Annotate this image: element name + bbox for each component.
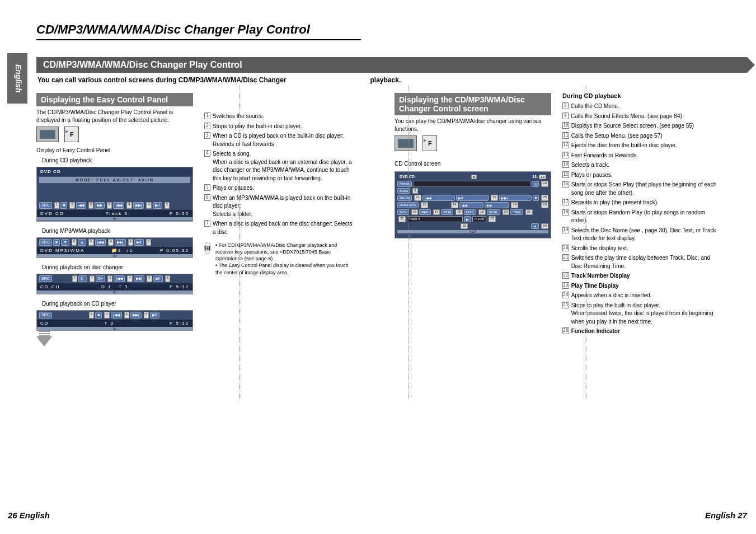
marker-icon: 21: [562, 254, 569, 261]
menus-button[interactable]: Menus: [397, 181, 412, 187]
play-icon: ▶: [464, 216, 471, 222]
caption-cdplayer: During playback on CD player: [36, 300, 193, 308]
panel-time: P 5:32: [170, 284, 189, 289]
marker-icon: 14: [562, 161, 569, 168]
scn-button[interactable]: SCN: [397, 209, 409, 215]
scroll-button[interactable]: ▲: [531, 223, 539, 229]
disc-down-button[interactable]: D-: [78, 275, 87, 282]
src-button[interactable]: SRC: [39, 312, 52, 318]
list-item-text: Selects a track.: [571, 161, 722, 170]
column-numbered-1to7: 1Switches the source.2Stops to play the …: [204, 90, 355, 352]
marker-icon: 15: [562, 171, 569, 178]
panel-disc: D 1: [101, 284, 111, 289]
list-item-text: Calls the CD Menu.: [571, 102, 722, 111]
marker-icon: 18: [562, 209, 569, 216]
src-button[interactable]: SRC: [39, 202, 52, 209]
section-arrow-icon: [747, 57, 755, 73]
list-item-text: Track Number Display: [571, 272, 722, 280]
play-button[interactable]: ▶II: [150, 312, 159, 318]
list-item-text: When a disc is played back on the disc c…: [213, 220, 355, 236]
stop-button[interactable]: ■: [95, 312, 102, 318]
marker-icon: 13: [562, 152, 569, 158]
list-item-text: Switches the play time display between T…: [571, 254, 722, 270]
list-item: 2Stops to play the built-in disc player.: [204, 123, 355, 131]
prev-button[interactable]: |◀◀: [111, 312, 122, 318]
f-badge-icon: [64, 127, 79, 142]
marker-icon: 23: [562, 282, 569, 289]
marker-icon: 11: [562, 132, 569, 139]
cd-control-screen: DVD CD8 13:12 Menus ◎24 Audio9 Set Up11 …: [395, 171, 551, 238]
panel-title: DVD CD: [37, 167, 192, 176]
next-button[interactable]: ▶▶|: [134, 275, 145, 282]
rdm-button[interactable]: RDM: [441, 209, 453, 215]
panel-time: P 5:32: [170, 321, 189, 326]
list-item-text: Play Time Display: [571, 282, 722, 291]
subheading-control-screen: Displaying the CD/MP3/WMA/Disc Changer C…: [395, 93, 551, 115]
setup-button[interactable]: Set Up: [397, 195, 412, 201]
column-divider: [408, 86, 409, 399]
src-button[interactable]: SRC: [39, 275, 52, 282]
eject-button[interactable]: ■: [533, 195, 539, 201]
language-tab: English: [7, 53, 27, 104]
caption-mp3: During MP3/WMA playback: [36, 227, 193, 235]
src-button[interactable]: SRC: [39, 239, 52, 246]
next-button[interactable]: ▶▶|: [130, 312, 142, 318]
next-button[interactable]: ▶▶|: [115, 239, 126, 246]
next-button[interactable]: ▶▶|: [133, 202, 144, 209]
list-item-text: Stops to play the built-in disc player.: [213, 123, 355, 131]
prev-button[interactable]: |◀◀: [422, 195, 455, 201]
rew-button[interactable]: ◀◀: [459, 202, 483, 208]
note-2: • The Easy Control Panel display is clea…: [215, 262, 355, 275]
stop-button[interactable]: ■: [53, 239, 60, 246]
page-content: CD/MP3/WMA/WMA/Disc Changer Play Control…: [36, 22, 747, 352]
list-item-text: When a CD is played back on the built-in…: [213, 132, 355, 148]
play-button[interactable]: ▶II: [456, 195, 489, 201]
direct-src-button[interactable]: Direct SRC: [397, 202, 419, 208]
folder-up-button[interactable]: ▲: [78, 239, 86, 246]
time-display: P 2:09: [472, 216, 486, 222]
panel-folder: 3: [118, 248, 121, 253]
time-button[interactable]: TIME: [510, 209, 523, 215]
track-display: Track 4: [407, 216, 463, 222]
play-button[interactable]: ▶II: [153, 275, 163, 282]
marker-icon: 7: [204, 220, 210, 227]
disc-up-button[interactable]: D+: [96, 275, 105, 282]
thumbnail-icon: [36, 127, 59, 142]
marker-icon: 3: [204, 132, 210, 139]
page-number-right: English 27: [705, 510, 747, 520]
play-button[interactable]: ▶II: [153, 202, 162, 209]
folder-down-button[interactable]: ▼: [61, 239, 69, 246]
easy-panel-desc: The CD/MP3/WMA/Disc Changer Play Control…: [36, 109, 193, 124]
play-button[interactable]: ▶II: [134, 239, 144, 246]
list-item-text: Selects the Disc Name (see , page 30), D…: [571, 227, 722, 243]
panel-track: 1: [130, 248, 133, 253]
stop-button[interactable]: ■: [60, 202, 67, 209]
f-badge-icon: [422, 135, 437, 151]
next-button[interactable]: ▶▶|: [499, 195, 532, 201]
panel-title: CD: [40, 321, 49, 326]
section-header: CD/MP3/WMA/WMA/Disc Changer Play Control: [36, 57, 747, 73]
disc-button[interactable]: DISC: [464, 209, 476, 215]
ff-button[interactable]: ▶▶: [485, 202, 509, 208]
list-item-text: Stops to play the built-in disc player.W…: [571, 302, 722, 326]
prev-button[interactable]: |◀◀: [114, 275, 125, 282]
list-item-text: Appears when a disc is inserted.: [571, 292, 722, 300]
subheading-easy-panel: Displaying the Easy Control Panel: [36, 93, 193, 106]
list-item-text: Repeats to play (the present track).: [571, 199, 722, 207]
prev-button[interactable]: |◀◀: [95, 239, 106, 246]
panel-title: CD CH: [40, 284, 60, 289]
marker-icon: 24: [562, 292, 569, 298]
marker-icon: 17: [562, 199, 569, 205]
list-item-text: When an MP3/WMA/WMA is played back on th…: [213, 194, 355, 219]
scrl-button[interactable]: SCRL: [487, 209, 500, 215]
caption-changer: During playback on disc changer: [36, 264, 193, 271]
rep-button[interactable]: REP: [419, 209, 430, 215]
intro-left: You can call various control screens dur…: [37, 76, 287, 84]
list-item-text: Calls the Sound Effects Menu. (see page …: [571, 113, 722, 121]
ff-button[interactable]: ▶▶: [95, 202, 105, 209]
marker-icon: 10: [562, 122, 569, 129]
title-rule: [36, 39, 361, 40]
prev-button[interactable]: |◀◀: [113, 202, 124, 209]
rewind-button[interactable]: ◀◀: [76, 202, 86, 209]
disc-icon: ◎: [532, 181, 539, 187]
